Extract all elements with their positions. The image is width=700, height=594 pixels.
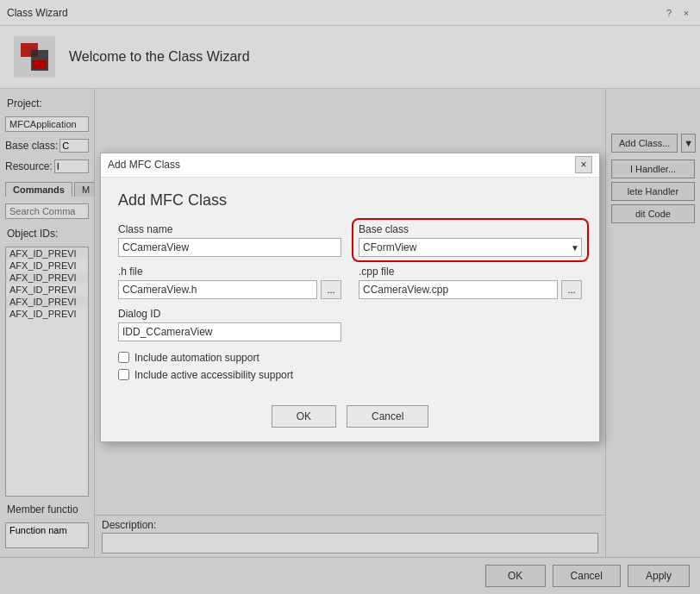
modal-close-button[interactable]: × [575,156,592,173]
add-mfc-class-dialog: Add MFC Class × Add MFC Class Class name… [100,153,600,442]
accessibility-row: Include active accessibility support [118,369,582,381]
cpp-file-group: .cpp file ... [359,266,582,299]
modal-form-grid: Class name Base class CFormView CDialog … [118,223,582,341]
accessibility-label: Include active accessibility support [134,369,293,381]
base-class-label: Base class [359,223,582,235]
modal-body: Add MFC Class Class name Base class CFor… [101,178,599,395]
modal-cancel-button[interactable]: Cancel [347,405,428,428]
cpp-file-label: .cpp file [359,266,582,278]
automation-label: Include automation support [134,352,259,364]
base-class-group: Base class CFormView CDialog CView CScro… [359,223,582,257]
modal-title-bar: Add MFC Class × [101,153,599,178]
cpp-file-input[interactable] [359,280,558,299]
h-file-group: .h file ... [118,266,341,299]
modal-overlay: Add MFC Class × Add MFC Class Class name… [0,0,700,594]
class-name-label: Class name [118,223,341,235]
accessibility-checkbox[interactable] [118,369,129,380]
checkbox-group: Include automation support Include activ… [118,352,582,381]
dialog-id-input[interactable] [118,322,341,341]
h-file-row: ... [118,280,341,299]
class-name-group: Class name [118,223,341,257]
modal-footer: OK Cancel [101,395,599,441]
modal-ok-button[interactable]: OK [272,405,336,428]
base-class-select[interactable]: CFormView CDialog CView CScrollView [359,238,582,257]
modal-heading: Add MFC Class [118,191,582,209]
class-name-input[interactable] [118,238,341,257]
h-file-input[interactable] [118,280,317,299]
h-file-browse-button[interactable]: ... [321,280,341,299]
automation-row: Include automation support [118,352,582,364]
base-class-select-wrapper: CFormView CDialog CView CScrollView ▼ [359,238,582,257]
dialog-id-group: Dialog ID [118,308,341,341]
modal-title: Add MFC Class [108,159,180,171]
automation-checkbox[interactable] [118,352,129,363]
h-file-label: .h file [118,266,341,278]
grid-spacer [359,308,582,341]
cpp-file-browse-button[interactable]: ... [561,280,582,299]
dialog-id-label: Dialog ID [118,308,341,320]
cpp-file-row: ... [359,280,582,299]
